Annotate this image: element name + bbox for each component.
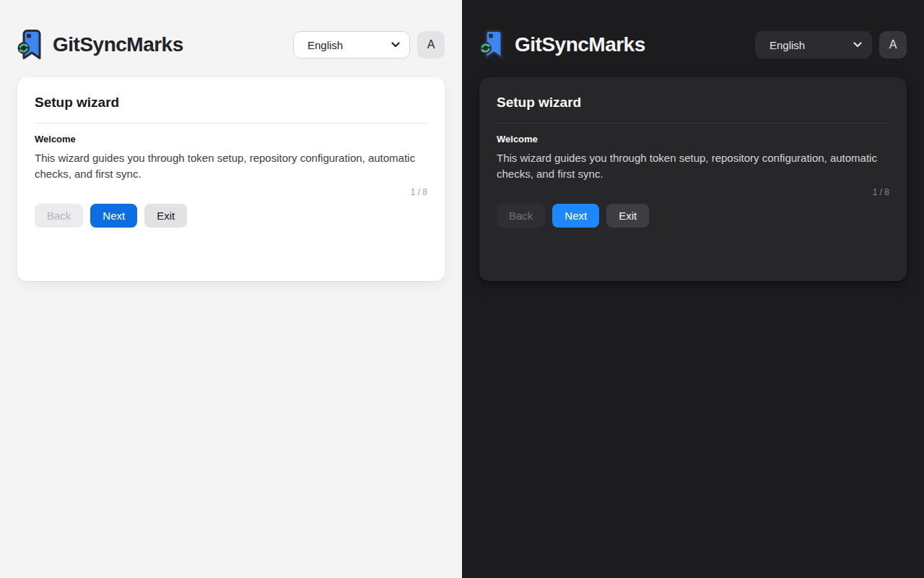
language-select-value: English — [308, 39, 343, 51]
header-actions: English A — [755, 31, 907, 59]
wizard-step-description: This wizard guides you through token set… — [35, 150, 427, 182]
dark-theme-pane: GitSyncMarks English A Setup wizard Welc… — [462, 0, 924, 578]
avatar-button[interactable]: A — [417, 31, 445, 59]
wizard-button-row: Back Next Exit — [35, 204, 427, 228]
back-button[interactable]: Back — [497, 204, 545, 228]
language-select[interactable]: English — [293, 31, 410, 59]
wizard-step-progress: 1 / 8 — [35, 187, 427, 197]
back-button[interactable]: Back — [35, 204, 83, 228]
app-title: GitSyncMarks — [53, 33, 183, 56]
next-button[interactable]: Next — [90, 204, 137, 228]
language-select[interactable]: English — [755, 31, 872, 59]
bookmark-sync-logo-icon — [17, 29, 42, 61]
brand: GitSyncMarks — [17, 29, 183, 61]
avatar-button[interactable]: A — [879, 31, 907, 59]
setup-wizard-card: Setup wizard Welcome This wizard guides … — [479, 77, 907, 281]
exit-button[interactable]: Exit — [606, 204, 649, 228]
bookmark-sync-logo-icon — [479, 29, 504, 61]
wizard-step-heading: Welcome — [35, 134, 427, 144]
chevron-down-icon — [391, 42, 400, 48]
header-actions: English A — [293, 31, 445, 59]
chevron-down-icon — [853, 42, 862, 48]
wizard-step-description: This wizard guides you through token set… — [497, 150, 889, 182]
light-theme-pane: GitSyncMarks English A Setup wizard Welc… — [0, 0, 462, 578]
divider — [35, 123, 427, 124]
divider — [497, 123, 889, 124]
exit-button[interactable]: Exit — [144, 204, 187, 228]
language-select-value: English — [770, 39, 805, 51]
setup-wizard-card: Setup wizard Welcome This wizard guides … — [17, 77, 445, 281]
wizard-title: Setup wizard — [35, 95, 427, 111]
app-title: GitSyncMarks — [515, 33, 645, 56]
wizard-step-heading: Welcome — [497, 134, 889, 144]
app-header: GitSyncMarks English A — [17, 30, 445, 59]
wizard-button-row: Back Next Exit — [497, 204, 889, 228]
app-header: GitSyncMarks English A — [479, 30, 907, 59]
brand: GitSyncMarks — [479, 29, 645, 61]
wizard-step-progress: 1 / 8 — [497, 187, 889, 197]
wizard-title: Setup wizard — [497, 95, 889, 111]
next-button[interactable]: Next — [552, 204, 599, 228]
